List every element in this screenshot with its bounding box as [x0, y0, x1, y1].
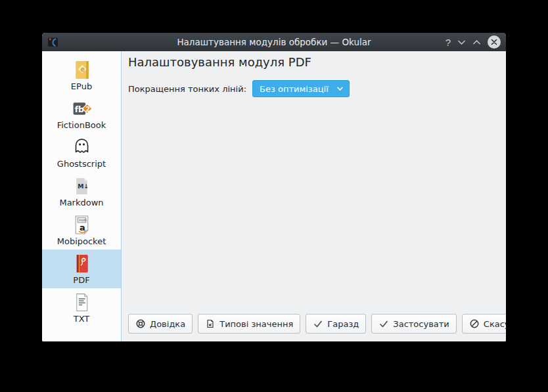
svg-text:e: e [80, 66, 85, 73]
sidebar-item-markdown[interactable]: M↓ Markdown [42, 172, 121, 211]
titlebar[interactable]: Налаштування модулів обробки — Okular ? [42, 33, 506, 51]
sidebar-item-epub[interactable]: e EPub [42, 56, 121, 95]
sidebar-item-label: Ghostscript [57, 160, 106, 169]
titlebar-help-button[interactable]: ? [445, 37, 451, 47]
window-title: Налаштування модулів обробки — Okular [42, 33, 506, 51]
thin-lines-row: Покращення тонких ліній: Без оптимізації [128, 80, 501, 97]
combobox-value: Без оптимізації [260, 84, 329, 94]
sidebar-item-label: EPub [71, 82, 92, 91]
close-icon [490, 38, 498, 46]
epub-book-icon: e [71, 59, 93, 81]
cancel-button[interactable]: Скасувати [462, 314, 506, 334]
defaults-button[interactable]: Типові значення [198, 314, 300, 334]
page-title: Налаштовування модуля PDF [128, 54, 501, 70]
sidebar-item-ghostscript[interactable]: Ghostscript [42, 133, 121, 172]
chevron-down-icon [457, 39, 466, 45]
apply-check-icon [378, 318, 389, 329]
sidebar-item-mobipocket[interactable]: mobi a Mobipocket [42, 211, 121, 250]
minimize-button[interactable] [457, 39, 466, 45]
sidebar-item-label: Mobipocket [57, 237, 106, 246]
dialog-body: e EPub fb 2 FictionBook Gh [42, 51, 506, 341]
document-revert-icon [205, 318, 216, 329]
chevron-up-icon [472, 39, 481, 45]
question-mark-icon: ? [445, 37, 451, 47]
sidebar-item-fictionbook[interactable]: fb 2 FictionBook [42, 95, 121, 133]
svg-text:a: a [79, 223, 85, 232]
cancel-prohibition-icon [469, 318, 480, 329]
apply-button-label: Застосувати [393, 319, 449, 329]
backend-list: e EPub fb 2 FictionBook Gh [42, 51, 122, 341]
lifebuoy-help-icon [135, 318, 146, 329]
pdf-icon [71, 253, 93, 274]
sidebar-item-label: PDF [73, 276, 89, 285]
svg-text:M↓: M↓ [78, 183, 89, 190]
ok-check-icon [313, 318, 323, 329]
help-button[interactable]: Довідка [128, 314, 193, 334]
dialog-button-box: Довідка Типові значення Гаразд [128, 314, 501, 334]
cancel-button-label: Скасувати [484, 319, 506, 329]
apply-button[interactable]: Застосувати [371, 314, 456, 334]
defaults-button-label: Типові значення [219, 319, 293, 329]
okular-backends-dialog: Налаштування модулів обробки — Okular ? [42, 33, 506, 341]
sidebar-item-pdf[interactable]: PDF [42, 250, 121, 288]
thin-lines-label: Покращення тонких ліній: [128, 84, 246, 94]
ok-button[interactable]: Гаразд [306, 314, 366, 334]
svg-text:2: 2 [85, 106, 90, 113]
maximize-button[interactable] [472, 39, 481, 45]
titlebar-controls: ? [445, 35, 501, 49]
sidebar-item-label: FictionBook [57, 121, 106, 130]
thin-lines-combobox[interactable]: Без оптимізації [252, 80, 350, 97]
markdown-icon: M↓ [71, 175, 93, 197]
txt-icon [71, 292, 93, 313]
ok-button-label: Гаразд [327, 319, 359, 329]
pdf-backend-settings-panel: Налаштовування модуля PDF Покращення тон… [122, 51, 506, 341]
mobipocket-icon: mobi a [71, 214, 93, 236]
svg-text:fb: fb [74, 105, 83, 114]
chevron-down-icon [336, 86, 344, 91]
close-button[interactable] [488, 35, 501, 49]
okular-app-icon [47, 36, 59, 48]
sidebar-item-label: Markdown [59, 198, 103, 207]
svg-text:mobi: mobi [78, 218, 86, 222]
sidebar-item-label: TXT [74, 315, 90, 324]
help-button-label: Довідка [150, 319, 185, 329]
ghost-icon [71, 137, 93, 158]
sidebar-item-txt[interactable]: TXT [42, 288, 121, 327]
fictionbook-icon: fb 2 [71, 98, 93, 120]
